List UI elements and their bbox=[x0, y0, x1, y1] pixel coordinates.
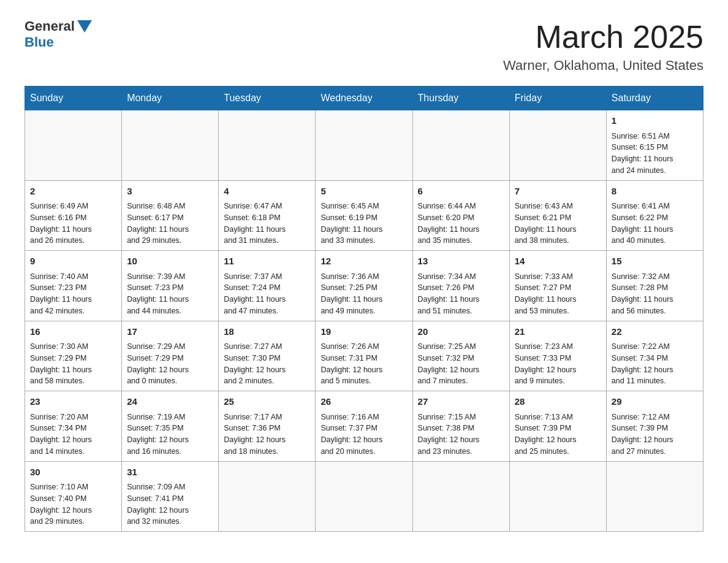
day-info: Sunrise: 7:13 AM Sunset: 7:39 PM Dayligh… bbox=[515, 412, 601, 458]
day-info: Sunrise: 7:16 AM Sunset: 7:37 PM Dayligh… bbox=[320, 412, 407, 458]
day-info: Sunrise: 7:27 AM Sunset: 7:30 PM Dayligh… bbox=[224, 341, 310, 387]
day-number: 18 bbox=[224, 325, 310, 339]
calendar-cell: 16Sunrise: 7:30 AM Sunset: 7:29 PM Dayli… bbox=[25, 321, 122, 391]
day-info: Sunrise: 7:39 AM Sunset: 7:23 PM Dayligh… bbox=[127, 271, 213, 317]
calendar-cell: 19Sunrise: 7:26 AM Sunset: 7:31 PM Dayli… bbox=[316, 321, 412, 391]
calendar-cell: 2Sunrise: 6:49 AM Sunset: 6:16 PM Daylig… bbox=[25, 180, 122, 251]
calendar-cell: 5Sunrise: 6:45 AM Sunset: 6:19 PM Daylig… bbox=[316, 180, 412, 251]
day-info: Sunrise: 6:41 AM Sunset: 6:22 PM Dayligh… bbox=[612, 201, 698, 247]
calendar-table: SundayMondayTuesdayWednesdayThursdayFrid… bbox=[25, 86, 703, 532]
calendar-cell bbox=[25, 110, 122, 181]
day-number: 30 bbox=[30, 465, 116, 480]
calendar-cell: 27Sunrise: 7:15 AM Sunset: 7:38 PM Dayli… bbox=[412, 391, 509, 462]
day-info: Sunrise: 7:20 AM Sunset: 7:34 PM Dayligh… bbox=[30, 412, 116, 458]
calendar-cell: 26Sunrise: 7:16 AM Sunset: 7:37 PM Dayli… bbox=[316, 391, 412, 462]
calendar-cell: 14Sunrise: 7:33 AM Sunset: 7:27 PM Dayli… bbox=[509, 251, 606, 321]
calendar-cell: 7Sunrise: 6:43 AM Sunset: 6:21 PM Daylig… bbox=[509, 180, 606, 251]
day-number: 28 bbox=[515, 395, 601, 409]
day-info: Sunrise: 7:23 AM Sunset: 7:33 PM Dayligh… bbox=[515, 341, 601, 387]
week-row-1: 1Sunrise: 6:51 AM Sunset: 6:15 PM Daylig… bbox=[25, 110, 703, 181]
calendar-cell bbox=[412, 461, 509, 532]
calendar-cell bbox=[509, 110, 606, 181]
day-number: 15 bbox=[612, 255, 698, 269]
calendar-cell: 8Sunrise: 6:41 AM Sunset: 6:22 PM Daylig… bbox=[606, 180, 703, 251]
day-info: Sunrise: 7:10 AM Sunset: 7:40 PM Dayligh… bbox=[30, 481, 116, 527]
calendar-cell: 10Sunrise: 7:39 AM Sunset: 7:23 PM Dayli… bbox=[122, 251, 219, 321]
day-number: 11 bbox=[224, 255, 310, 269]
day-number: 8 bbox=[612, 185, 698, 199]
logo-triangle-icon bbox=[77, 20, 92, 33]
logo-text: General bbox=[25, 18, 93, 34]
day-number: 24 bbox=[127, 395, 213, 409]
day-info: Sunrise: 7:33 AM Sunset: 7:27 PM Dayligh… bbox=[515, 271, 601, 317]
calendar-cell bbox=[509, 461, 606, 532]
calendar-cell: 23Sunrise: 7:20 AM Sunset: 7:34 PM Dayli… bbox=[25, 391, 122, 462]
weekday-header-thursday: Thursday bbox=[412, 86, 509, 110]
day-info: Sunrise: 7:30 AM Sunset: 7:29 PM Dayligh… bbox=[30, 341, 116, 387]
day-info: Sunrise: 6:49 AM Sunset: 6:16 PM Dayligh… bbox=[30, 201, 116, 247]
weekday-header-sunday: Sunday bbox=[25, 86, 122, 110]
calendar-cell: 25Sunrise: 7:17 AM Sunset: 7:36 PM Dayli… bbox=[219, 391, 316, 462]
day-number: 22 bbox=[612, 325, 698, 339]
day-number: 6 bbox=[418, 185, 504, 199]
day-number: 9 bbox=[30, 255, 116, 269]
day-info: Sunrise: 7:17 AM Sunset: 7:36 PM Dayligh… bbox=[224, 412, 310, 458]
day-number: 20 bbox=[418, 325, 504, 339]
day-info: Sunrise: 6:45 AM Sunset: 6:19 PM Dayligh… bbox=[320, 201, 407, 247]
calendar-title: March 2025 bbox=[503, 18, 703, 55]
day-number: 5 bbox=[320, 185, 407, 199]
day-number: 10 bbox=[127, 255, 213, 269]
logo-blue-text: Blue bbox=[25, 34, 54, 50]
day-number: 1 bbox=[612, 114, 698, 128]
day-number: 12 bbox=[320, 255, 407, 269]
weekday-header-monday: Monday bbox=[122, 86, 219, 110]
calendar-cell: 4Sunrise: 6:47 AM Sunset: 6:18 PM Daylig… bbox=[219, 180, 316, 251]
day-number: 19 bbox=[320, 325, 407, 339]
week-row-2: 2Sunrise: 6:49 AM Sunset: 6:16 PM Daylig… bbox=[25, 180, 703, 251]
logo: General Blue bbox=[25, 18, 93, 50]
day-number: 17 bbox=[127, 325, 213, 339]
calendar-cell: 21Sunrise: 7:23 AM Sunset: 7:33 PM Dayli… bbox=[509, 321, 606, 391]
calendar-cell: 13Sunrise: 7:34 AM Sunset: 7:26 PM Dayli… bbox=[412, 251, 509, 321]
day-info: Sunrise: 7:40 AM Sunset: 7:23 PM Dayligh… bbox=[30, 271, 116, 317]
day-info: Sunrise: 6:44 AM Sunset: 6:20 PM Dayligh… bbox=[418, 201, 504, 247]
day-number: 3 bbox=[127, 185, 213, 199]
day-number: 29 bbox=[612, 395, 698, 409]
day-info: Sunrise: 7:12 AM Sunset: 7:39 PM Dayligh… bbox=[612, 412, 698, 458]
title-section: March 2025 Warner, Oklahoma, United Stat… bbox=[503, 18, 703, 74]
day-info: Sunrise: 6:48 AM Sunset: 6:17 PM Dayligh… bbox=[127, 201, 213, 247]
day-info: Sunrise: 7:15 AM Sunset: 7:38 PM Dayligh… bbox=[418, 412, 504, 458]
weekday-header-saturday: Saturday bbox=[606, 86, 703, 110]
calendar-cell bbox=[219, 461, 316, 532]
calendar-cell: 28Sunrise: 7:13 AM Sunset: 7:39 PM Dayli… bbox=[509, 391, 606, 462]
day-number: 14 bbox=[515, 255, 601, 269]
day-info: Sunrise: 7:36 AM Sunset: 7:25 PM Dayligh… bbox=[320, 271, 407, 317]
calendar-cell: 22Sunrise: 7:22 AM Sunset: 7:34 PM Dayli… bbox=[606, 321, 703, 391]
calendar-cell: 24Sunrise: 7:19 AM Sunset: 7:35 PM Dayli… bbox=[122, 391, 219, 462]
day-info: Sunrise: 7:29 AM Sunset: 7:29 PM Dayligh… bbox=[127, 341, 213, 387]
day-number: 23 bbox=[30, 395, 116, 409]
calendar-cell bbox=[412, 110, 509, 181]
calendar-cell: 3Sunrise: 6:48 AM Sunset: 6:17 PM Daylig… bbox=[122, 180, 219, 251]
day-info: Sunrise: 7:37 AM Sunset: 7:24 PM Dayligh… bbox=[224, 271, 310, 317]
calendar-cell: 20Sunrise: 7:25 AM Sunset: 7:32 PM Dayli… bbox=[412, 321, 509, 391]
calendar-cell bbox=[606, 461, 703, 532]
calendar-cell bbox=[316, 461, 412, 532]
calendar-cell: 1Sunrise: 6:51 AM Sunset: 6:15 PM Daylig… bbox=[606, 110, 703, 181]
day-info: Sunrise: 7:25 AM Sunset: 7:32 PM Dayligh… bbox=[418, 341, 504, 387]
calendar-cell: 18Sunrise: 7:27 AM Sunset: 7:30 PM Dayli… bbox=[219, 321, 316, 391]
day-number: 27 bbox=[418, 395, 504, 409]
day-number: 7 bbox=[515, 185, 601, 199]
calendar-cell: 12Sunrise: 7:36 AM Sunset: 7:25 PM Dayli… bbox=[316, 251, 412, 321]
weekday-header-tuesday: Tuesday bbox=[219, 86, 316, 110]
week-row-5: 23Sunrise: 7:20 AM Sunset: 7:34 PM Dayli… bbox=[25, 391, 703, 462]
day-info: Sunrise: 7:34 AM Sunset: 7:26 PM Dayligh… bbox=[418, 271, 504, 317]
calendar-cell: 29Sunrise: 7:12 AM Sunset: 7:39 PM Dayli… bbox=[606, 391, 703, 462]
day-number: 31 bbox=[127, 465, 213, 480]
day-info: Sunrise: 7:09 AM Sunset: 7:41 PM Dayligh… bbox=[127, 481, 213, 527]
week-row-4: 16Sunrise: 7:30 AM Sunset: 7:29 PM Dayli… bbox=[25, 321, 703, 391]
calendar-cell bbox=[122, 110, 219, 181]
calendar-cell: 9Sunrise: 7:40 AM Sunset: 7:23 PM Daylig… bbox=[25, 251, 122, 321]
day-number: 25 bbox=[224, 395, 310, 409]
day-number: 26 bbox=[320, 395, 407, 409]
